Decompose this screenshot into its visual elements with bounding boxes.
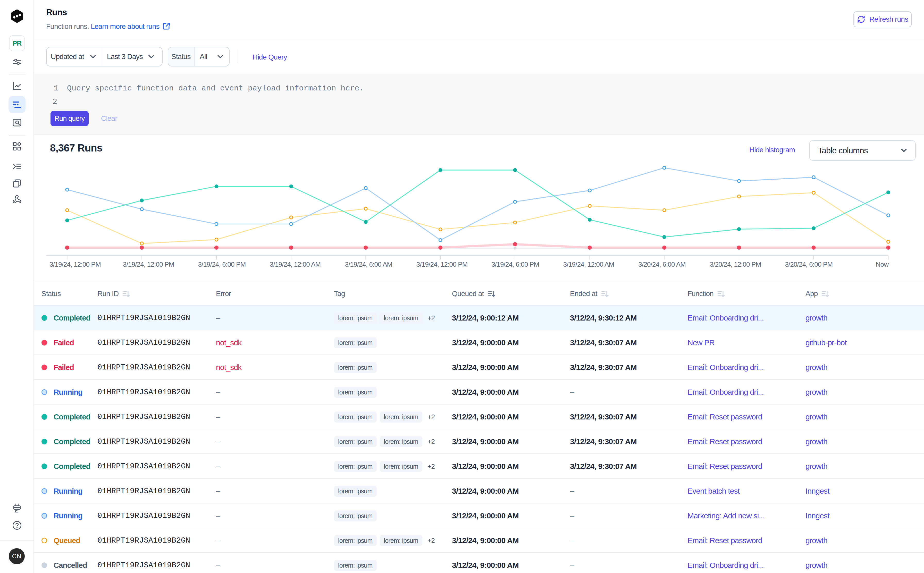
svg-text:3/19/24, 12:00 AM: 3/19/24, 12:00 AM	[270, 260, 321, 268]
svg-text:3/20/24, 6:00 PM: 3/20/24, 6:00 PM	[785, 260, 833, 268]
svg-text:3/19/24, 12:00 PM: 3/19/24, 12:00 PM	[123, 260, 174, 268]
svg-text:3/19/24, 12:00 AM: 3/19/24, 12:00 AM	[563, 260, 614, 268]
svg-text:Now: Now	[876, 260, 889, 268]
svg-text:3/20/24, 12:00 PM: 3/20/24, 12:00 PM	[710, 260, 761, 268]
svg-text:3/19/24, 6:00 AM: 3/19/24, 6:00 AM	[345, 260, 392, 268]
svg-text:3/19/24, 6:00 PM: 3/19/24, 6:00 PM	[492, 260, 539, 268]
svg-text:3/19/24, 6:00 PM: 3/19/24, 6:00 PM	[198, 260, 246, 268]
svg-text:3/19/24, 12:00 PM: 3/19/24, 12:00 PM	[50, 260, 101, 268]
svg-text:3/20/24, 6:00 AM: 3/20/24, 6:00 AM	[638, 260, 686, 268]
svg-text:3/19/24, 12:00 PM: 3/19/24, 12:00 PM	[417, 260, 468, 268]
